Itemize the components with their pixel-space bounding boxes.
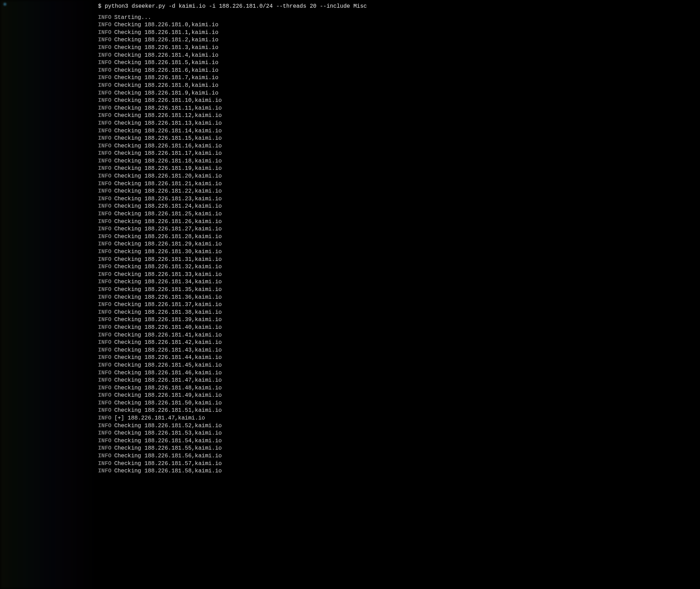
log-level: INFO [98, 120, 111, 127]
log-level: INFO [98, 452, 111, 460]
log-message: Checking 188.226.181.37,kaimi.io [114, 301, 222, 309]
log-line-checking: INFOChecking 188.226.181.47,kaimi.io [98, 377, 700, 384]
log-level: INFO [98, 52, 111, 60]
log-level: INFO [98, 127, 111, 135]
log-message: Checking 188.226.181.43,kaimi.io [114, 347, 222, 354]
log-level: INFO [98, 294, 111, 302]
log-line-checking: INFOChecking 188.226.181.41,kaimi.io [98, 332, 700, 339]
log-line-checking: INFOChecking 188.226.181.26,kaimi.io [98, 218, 700, 226]
log-level: INFO [98, 226, 111, 233]
log-line-checking: INFOChecking 188.226.181.53,kaimi.io [98, 430, 700, 437]
log-line-checking: INFOChecking 188.226.181.38,kaimi.io [98, 309, 700, 317]
log-message: Checking 188.226.181.20,kaimi.io [114, 173, 222, 180]
log-line-checking: INFOChecking 188.226.181.0,kaimi.io [98, 21, 700, 29]
log-message: Checking 188.226.181.2,kaimi.io [114, 36, 218, 44]
log-message: Checking 188.226.181.45,kaimi.io [114, 362, 222, 369]
log-line-checking: INFOChecking 188.226.181.20,kaimi.io [98, 173, 700, 180]
log-line-checking: INFOChecking 188.226.181.21,kaimi.io [98, 180, 700, 188]
log-message: Checking 188.226.181.53,kaimi.io [114, 430, 222, 437]
log-level: INFO [98, 203, 111, 210]
log-message: Checking 188.226.181.0,kaimi.io [114, 21, 218, 29]
log-level: INFO [98, 377, 111, 384]
log-message: Checking 188.226.181.11,kaimi.io [114, 105, 222, 112]
log-line-checking: INFOChecking 188.226.181.40,kaimi.io [98, 324, 700, 332]
log-level: INFO [98, 407, 111, 415]
log-line-checking: INFOChecking 188.226.181.10,kaimi.io [98, 97, 700, 105]
log-message: Checking 188.226.181.38,kaimi.io [114, 309, 222, 317]
log-message: Checking 188.226.181.31,kaimi.io [114, 256, 222, 264]
log-line-checking: INFOChecking 188.226.181.15,kaimi.io [98, 135, 700, 143]
log-line-checking: INFOChecking 188.226.181.58,kaimi.io [98, 467, 700, 475]
log-message: Checking 188.226.181.4,kaimi.io [114, 52, 218, 60]
log-line-checking: INFOChecking 188.226.181.16,kaimi.io [98, 143, 700, 150]
log-level: INFO [98, 415, 111, 422]
log-line-checking: INFOChecking 188.226.181.54,kaimi.io [98, 437, 700, 445]
log-message: Checking 188.226.181.47,kaimi.io [114, 377, 222, 384]
log-line-checking: INFOChecking 188.226.181.18,kaimi.io [98, 158, 700, 165]
prompt-line: $ python3 dseeker.py -d kaimi.io -i 188.… [98, 3, 700, 11]
log-level: INFO [98, 44, 111, 52]
log-level: INFO [98, 143, 111, 150]
log-message: Checking 188.226.181.41,kaimi.io [114, 332, 222, 339]
log-level: INFO [98, 271, 111, 279]
log-line-checking: INFOChecking 188.226.181.4,kaimi.io [98, 52, 700, 60]
log-level: INFO [98, 354, 111, 362]
log-message: Checking 188.226.181.12,kaimi.io [114, 112, 222, 120]
log-line-checking: INFOChecking 188.226.181.45,kaimi.io [98, 362, 700, 369]
log-message: Checking 188.226.181.23,kaimi.io [114, 195, 222, 203]
log-line-checking: INFOChecking 188.226.181.29,kaimi.io [98, 241, 700, 248]
log-message: Checking 188.226.181.40,kaimi.io [114, 324, 222, 332]
log-line-checking: INFOChecking 188.226.181.51,kaimi.io [98, 407, 700, 415]
log-message: Checking 188.226.181.35,kaimi.io [114, 286, 222, 294]
log-line-checking: INFOChecking 188.226.181.33,kaimi.io [98, 271, 700, 279]
log-level: INFO [98, 445, 111, 452]
log-message: Checking 188.226.181.27,kaimi.io [114, 226, 222, 233]
log-level: INFO [98, 347, 111, 354]
log-message: Checking 188.226.181.9,kaimi.io [114, 90, 218, 97]
active-tab-dot [4, 3, 6, 6]
log-level: INFO [98, 233, 111, 241]
log-message: Checking 188.226.181.7,kaimi.io [114, 74, 218, 82]
terminal-output[interactable]: $ python3 dseeker.py -d kaimi.io -i 188.… [0, 3, 700, 475]
log-line-checking: INFOChecking 188.226.181.25,kaimi.io [98, 210, 700, 218]
log-level: INFO [98, 332, 111, 339]
prompt-symbol: $ [98, 3, 102, 9]
log-line-checking: INFOChecking 188.226.181.2,kaimi.io [98, 36, 700, 44]
log-line-checking: INFOChecking 188.226.181.34,kaimi.io [98, 278, 700, 286]
log-level: INFO [98, 422, 111, 430]
log-line-checking: INFOChecking 188.226.181.11,kaimi.io [98, 105, 700, 112]
log-message: Checking 188.226.181.34,kaimi.io [114, 278, 222, 286]
log-line-checking: INFOChecking 188.226.181.27,kaimi.io [98, 226, 700, 233]
log-line-checking: INFOChecking 188.226.181.31,kaimi.io [98, 256, 700, 264]
log-line-checking: INFOChecking 188.226.181.5,kaimi.io [98, 59, 700, 67]
log-message: Checking 188.226.181.49,kaimi.io [114, 392, 222, 400]
log-message: Checking 188.226.181.36,kaimi.io [114, 294, 222, 302]
log-level: INFO [98, 210, 111, 218]
log-message: Checking 188.226.181.5,kaimi.io [114, 59, 218, 67]
log-line-checking: INFOChecking 188.226.181.12,kaimi.io [98, 112, 700, 120]
log-line-checking: INFOChecking 188.226.181.3,kaimi.io [98, 44, 700, 52]
log-message: Checking 188.226.181.46,kaimi.io [114, 369, 222, 377]
log-message: Checking 188.226.181.54,kaimi.io [114, 437, 222, 445]
log-line-checking: INFOChecking 188.226.181.57,kaimi.io [98, 460, 700, 468]
log-line-checking: INFOChecking 188.226.181.44,kaimi.io [98, 354, 700, 362]
log-level: INFO [98, 135, 111, 143]
log-message: Checking 188.226.181.55,kaimi.io [114, 445, 222, 452]
log-line-checking: INFOChecking 188.226.181.23,kaimi.io [98, 195, 700, 203]
log-level: INFO [98, 256, 111, 264]
log-message: Checking 188.226.181.51,kaimi.io [114, 407, 222, 415]
log-message: Checking 188.226.181.52,kaimi.io [114, 422, 222, 430]
log-message: Checking 188.226.181.58,kaimi.io [114, 467, 222, 475]
log-level: INFO [98, 430, 111, 437]
log-message: Checking 188.226.181.25,kaimi.io [114, 210, 222, 218]
log-line-checking: INFOChecking 188.226.181.50,kaimi.io [98, 400, 700, 407]
log-level: INFO [98, 218, 111, 226]
log-level: INFO [98, 400, 111, 407]
log-level: INFO [98, 180, 111, 188]
log-level: INFO [98, 14, 111, 22]
log-message: Checking 188.226.181.26,kaimi.io [114, 218, 222, 226]
log-level: INFO [98, 301, 111, 309]
log-level: INFO [98, 173, 111, 180]
log-line-checking: INFOChecking 188.226.181.39,kaimi.io [98, 316, 700, 324]
log-message: Checking 188.226.181.22,kaimi.io [114, 188, 222, 195]
